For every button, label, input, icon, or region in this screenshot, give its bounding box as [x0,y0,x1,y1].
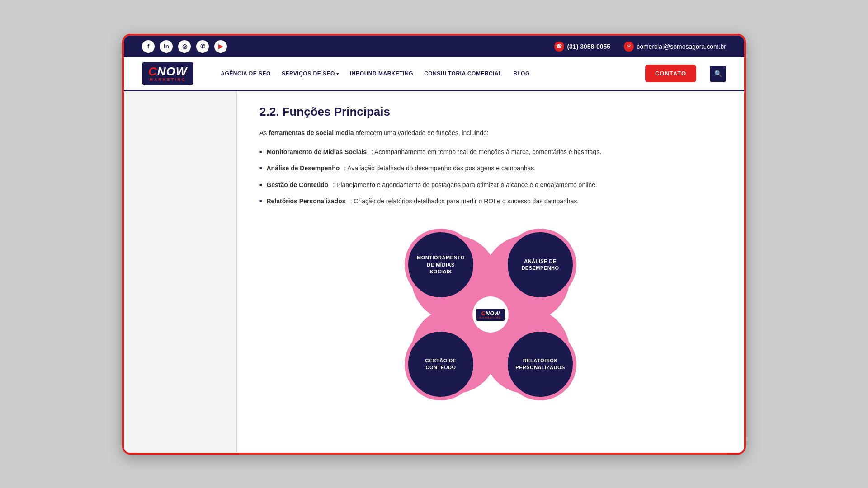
bullet-text-1: : Acompanhamento em tempo real de mençõe… [371,147,601,157]
bullet-text-3: : Planejamento e agendamento de postagen… [333,180,597,190]
nav-inbound-marketing[interactable]: INBOUND MARKETING [350,70,414,77]
email-item: ✉ comercial@somosagora.com.br [624,42,726,52]
bullet-bold-1: Monitoramento de Mídias Sociais [266,147,367,157]
social-icons: f in ◎ ✆ ▶ [142,40,227,53]
youtube-icon[interactable]: ▶ [214,40,227,53]
phone-item: ☎ (31) 3058-0055 [554,42,610,52]
phone-icon: ☎ [554,42,564,52]
nav-links: AGÊNCIA DE SEO SERVIÇOS DE SEO INBOUND M… [221,70,632,77]
contato-button[interactable]: CONTATO [645,65,696,82]
list-item: Monitoramento de Mídias Sociais : Acompa… [259,147,722,157]
diagram-container: MONTIORAMENTO DE MÍDIAS SOCIAIS ANÁLISE … [259,220,722,409]
bullet-text-2: : Avaliação detalhada do desempenho das … [344,163,536,173]
section-title: 2.2. Funções Principais [259,105,722,119]
page-content: 2.2. Funções Principais As ferramentas d… [124,91,744,453]
navbar: CNOW MARKETING AGÊNCIA DE SEO SERVIÇOS D… [124,57,744,91]
circle-content: GESTÃO DE CONTEÚDO [405,328,477,400]
bullet-list: Monitoramento de Mídias Sociais : Acompa… [259,147,722,206]
instagram-icon[interactable]: ◎ [178,40,191,53]
browser-frame: f in ◎ ✆ ▶ ☎ (31) 3058-0055 ✉ comercial@… [122,34,746,455]
list-item: Relatórios Personalizados : Criação de r… [259,196,722,206]
circle-label-br: RELATÓRIOS PERSONALIZADOS [515,357,565,371]
bullet-bold-4: Relatórios Personalizados [266,196,345,206]
nav-agencia-seo[interactable]: AGÊNCIA DE SEO [221,70,271,77]
circle-label-tl: MONTIORAMENTO DE MÍDIAS SOCIAIS [417,254,465,275]
center-logo-box: CNOW MARKETING [476,309,505,321]
contact-info: ☎ (31) 3058-0055 ✉ comercial@somosagora.… [554,42,726,52]
phone-number: (31) 3058-0055 [567,43,610,50]
circle-monitoring: MONTIORAMENTO DE MÍDIAS SOCIAIS [405,229,477,301]
logo-area: CNOW MARKETING [142,62,193,85]
nav-servicos-seo[interactable]: SERVIÇOS DE SEO [282,70,339,77]
bullet-text-4: : Criação de relatórios detalhados para … [350,196,579,206]
list-item: Análise de Desempenho : Avaliação detalh… [259,163,722,173]
logo-cnow: CNOW [148,66,187,77]
diagram: MONTIORAMENTO DE MÍDIAS SOCIAIS ANÁLISE … [396,220,585,409]
circle-label-bl: GESTÃO DE CONTEÚDO [425,357,456,371]
email-address: comercial@somosagora.com.br [637,43,726,50]
search-button[interactable]: 🔍 [710,66,726,82]
nav-consultoria[interactable]: CONSULTORIA COMERCIAL [424,70,502,77]
facebook-icon[interactable]: f [142,40,155,53]
nav-blog[interactable]: BLOG [513,70,530,77]
list-item: Gestão de Conteúdo : Planejamento e agen… [259,180,722,190]
whatsapp-icon[interactable]: ✆ [196,40,209,53]
center-logo-sub: MARKETING [480,316,501,319]
circle-reports: RELATÓRIOS PERSONALIZADOS [504,328,576,400]
bullet-bold-2: Análise de Desempenho [266,163,340,173]
circle-label-tr: ANÁLISE DE DESEMPENHO [521,258,559,272]
intro-text: As ferramentas de social media oferecem … [259,128,722,138]
diagram-center-logo: CNOW MARKETING [472,296,509,333]
circle-analysis: ANÁLISE DE DESEMPENHO [504,229,576,301]
email-icon: ✉ [624,42,634,52]
top-bar: f in ◎ ✆ ▶ ☎ (31) 3058-0055 ✉ comercial@… [124,36,744,57]
center-logo-text: CNOW [481,310,500,316]
linkedin-icon[interactable]: in [160,40,173,53]
main-content: 2.2. Funções Principais As ferramentas d… [237,91,744,453]
bullet-bold-3: Gestão de Conteúdo [266,180,328,190]
logo-box: CNOW MARKETING [142,62,193,85]
logo-marketing: MARKETING [149,77,186,82]
sidebar [124,91,237,453]
